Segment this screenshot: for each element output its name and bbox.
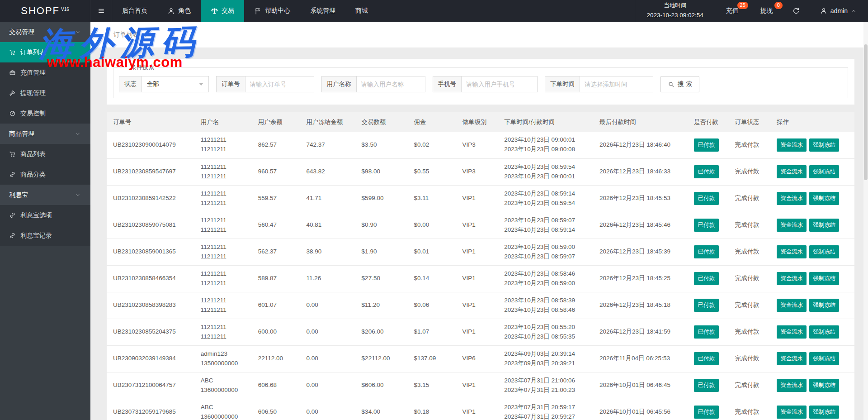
cell-last-pay-time: 2026年12月23日 18:46:40	[593, 132, 688, 158]
filter-group-2: 订单号	[216, 76, 314, 92]
scrollbar-thumb[interactable]	[864, 44, 868, 180]
cell-commission: $0.18	[408, 399, 456, 420]
force-freeze-button[interactable]: 强制冻结	[809, 299, 839, 312]
cell-last-pay-time: 2026年12月23日 18:45:53	[593, 185, 688, 212]
force-freeze-button[interactable]: 强制冻结	[809, 272, 839, 285]
refresh-button[interactable]	[784, 0, 808, 22]
cell-level: VIP1	[456, 292, 498, 319]
sidebar-item-9[interactable]: 利息宝	[0, 185, 90, 205]
cell-level: VIP1	[456, 372, 498, 399]
cell-commission: $1.07	[408, 319, 456, 345]
cell-paid: 已付款	[688, 319, 729, 345]
fund-flow-button[interactable]: 资金流水	[777, 379, 807, 392]
force-freeze-button[interactable]: 强制冻结	[809, 325, 839, 339]
cell-actions: 资金流水强制冻结	[770, 132, 854, 158]
status-select[interactable]: 全部	[142, 76, 209, 92]
nav-item-6[interactable]: 商城	[345, 0, 378, 22]
search-panel: 条件搜索 状态全部订单号用户名称手机号下单时间搜 索	[107, 59, 854, 105]
sidebar-item-2[interactable]: 订单列表	[0, 42, 90, 62]
nav-item-4[interactable]: 帮助中心	[244, 0, 300, 22]
column-header-8: 下单时间/付款时间	[498, 112, 593, 132]
sidebar-item-10[interactable]: 利息宝选项	[0, 205, 90, 225]
nav-item-5[interactable]: 系统管理	[300, 0, 345, 22]
force-freeze-button[interactable]: 强制冻结	[809, 406, 839, 419]
force-freeze-button[interactable]: 强制冻结	[809, 219, 839, 232]
withdraw-button[interactable]: 提现 0	[750, 0, 784, 22]
cell-status: 完成付款	[729, 185, 771, 212]
sidebar-item-1[interactable]: 交易管理	[0, 22, 90, 42]
cell-username: 1121121111211211	[194, 132, 252, 158]
cell-paid: 已付款	[688, 292, 729, 319]
pay-time: 2023年10月23日 08:58:46	[504, 305, 590, 315]
cell-last-pay-time: 2026年12月23日 18:46:33	[593, 158, 688, 185]
cell-frozen: 0.00	[300, 319, 355, 345]
paid-badge: 已付款	[694, 299, 719, 312]
fund-flow-button[interactable]: 资金流水	[777, 299, 807, 312]
nav-item-3[interactable]: 交易	[201, 0, 244, 22]
cell-amount: $27.50	[355, 265, 408, 292]
fund-flow-button[interactable]: 资金流水	[777, 406, 807, 419]
force-freeze-button[interactable]: 强制冻结	[809, 245, 839, 258]
fund-flow-button[interactable]: 资金流水	[777, 219, 807, 232]
sidebar-item-4[interactable]: 提现管理	[0, 83, 90, 103]
recharge-button[interactable]: 充值 25	[715, 0, 750, 22]
fund-flow-button[interactable]: 资金流水	[777, 352, 807, 365]
filter-label: 手机号	[433, 76, 462, 92]
sidebar-item-label: 充值管理	[20, 69, 46, 77]
user-menu[interactable]: admin	[808, 0, 868, 22]
pay-time: 2023年09月03日 20:39:21	[504, 359, 590, 368]
pay-time: 2023年10月23日 08:59:07	[504, 252, 590, 262]
scrollbar-track[interactable]	[863, 22, 868, 420]
force-freeze-button[interactable]: 强制冻结	[809, 352, 839, 365]
sidebar-item-8[interactable]: 商品分类	[0, 164, 90, 185]
filter-input-2[interactable]	[245, 76, 314, 92]
search-button[interactable]: 搜 索	[660, 76, 699, 92]
chevron-down-icon	[75, 29, 80, 35]
column-header-2: 用户名	[194, 112, 252, 132]
force-freeze-button[interactable]: 强制冻结	[809, 379, 839, 392]
top-bar: SHOPFV16 后台首页角色交易帮助中心系统管理商城 当地时间 2023-10…	[0, 0, 868, 22]
cell-frozen: 742.37	[300, 132, 355, 158]
cell-frozen: 38.90	[300, 239, 355, 265]
username-line1: 11211211	[201, 216, 249, 225]
sidebar-item-5[interactable]: 交易控制	[0, 103, 90, 124]
filter-label: 订单号	[216, 76, 245, 92]
nav-item-1[interactable]: 后台首页	[112, 0, 157, 22]
sidebar-item-11[interactable]: 利息宝记录	[0, 225, 90, 246]
cell-username: 1121121111211211	[194, 212, 252, 239]
nav-item-2[interactable]: 角色	[157, 0, 201, 22]
cell-username: admin12313500000000	[194, 345, 252, 372]
cell-paid: 已付款	[688, 212, 729, 239]
filter-input-4[interactable]	[462, 76, 538, 92]
cell-amount: $0.90	[355, 212, 408, 239]
cell-username: 1121121111211211	[194, 265, 252, 292]
sidebar-item-3[interactable]: 充值管理	[0, 62, 90, 83]
fund-flow-button[interactable]: 资金流水	[777, 272, 807, 285]
refresh-icon	[792, 7, 800, 15]
menu-toggle-button[interactable]	[90, 0, 112, 22]
cell-paid: 已付款	[688, 132, 729, 158]
fund-flow-button[interactable]: 资金流水	[777, 245, 807, 258]
recharge-badge: 25	[737, 2, 748, 9]
sidebar-item-6[interactable]: 商品管理	[0, 124, 90, 144]
filter-input-3[interactable]	[357, 76, 425, 92]
cell-order-no: UB2310230859075081	[107, 212, 194, 239]
fund-flow-button[interactable]: 资金流水	[777, 165, 807, 178]
force-freeze-button[interactable]: 强制冻结	[809, 138, 839, 152]
filter-input-5[interactable]	[580, 76, 653, 92]
username-line2: 11211211	[201, 225, 249, 235]
order-time: 2023年09月03日 20:39:14	[504, 349, 590, 359]
force-freeze-button[interactable]: 强制冻结	[809, 192, 839, 205]
sidebar-item-7[interactable]: 商品列表	[0, 144, 90, 164]
order-time: 2023年10月23日 09:00:01	[504, 135, 590, 145]
force-freeze-button[interactable]: 强制冻结	[809, 165, 839, 178]
cell-status: 完成付款	[729, 212, 771, 239]
cell-times: 2023年07月31日 21:00:062023年07月31日 21:00:23	[498, 372, 593, 399]
filter-label: 用户名称	[321, 76, 357, 92]
cell-username: 1121121111211211	[194, 292, 252, 319]
fund-flow-button[interactable]: 资金流水	[777, 138, 807, 152]
fund-flow-button[interactable]: 资金流水	[777, 192, 807, 205]
fund-flow-button[interactable]: 资金流水	[777, 325, 807, 339]
cell-amount: $606.00	[355, 372, 408, 399]
cell-actions: 资金流水强制冻结	[770, 319, 854, 345]
